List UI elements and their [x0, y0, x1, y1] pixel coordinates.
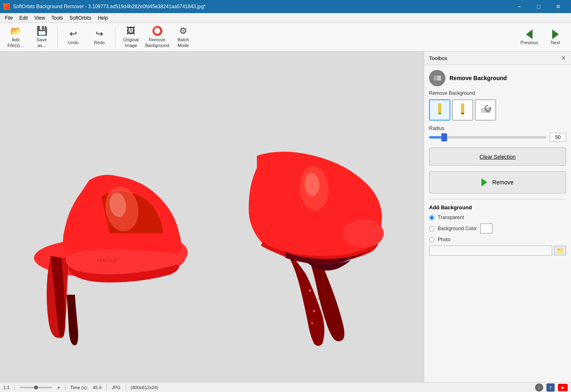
svg-rect-18 [461, 103, 464, 112]
redo-icon: ↪ [96, 29, 103, 39]
add-background-section: Add Background Transparent Background Co… [429, 199, 566, 255]
add-background-title: Add Background [429, 204, 566, 211]
status-sep-3 [106, 385, 107, 390]
svg-rect-20 [461, 113, 464, 114]
menu-tools[interactable]: Tools [48, 14, 66, 22]
info-icon-button[interactable]: i [535, 383, 543, 392]
dimensions-value: (800x612x24) [131, 385, 158, 390]
menu-help[interactable]: Help [94, 14, 111, 22]
eraser-tool-button[interactable] [475, 99, 496, 121]
window-controls: − □ ✕ [510, 0, 568, 13]
photo-input-row: 📁 [429, 246, 566, 255]
close-button[interactable]: ✕ [549, 0, 568, 13]
toolbox-close-button[interactable]: ✕ [561, 55, 566, 61]
zoom-slider-thumb[interactable] [34, 385, 38, 390]
transparent-radio[interactable] [429, 215, 434, 220]
remove-bg-subsection-label: Remove Background [429, 90, 566, 96]
transparent-radio-row: Transparent [429, 215, 566, 220]
remove-background-button[interactable]: ⭕ RemoveBackground [145, 25, 169, 49]
bg-color-swatch[interactable] [480, 224, 492, 233]
previous-label: Previous [521, 40, 538, 45]
photo-radio-row: Photo [429, 237, 566, 242]
zoom-plus-button[interactable]: + [57, 385, 60, 390]
facebook-icon-button[interactable]: f [546, 383, 555, 392]
radius-slider-thumb[interactable] [441, 133, 447, 141]
status-sep-4 [126, 385, 126, 390]
add-files-label: AddFile(s)... [7, 37, 24, 48]
zoom-slider-track[interactable] [20, 387, 52, 388]
original-image-button[interactable]: 🖼 OriginalImage [119, 25, 143, 49]
batch-mode-button[interactable]: ⚙ BatchMode [171, 25, 196, 49]
menu-view[interactable]: View [31, 14, 48, 22]
remove-button[interactable]: Remove [429, 171, 566, 193]
svg-point-8 [321, 314, 323, 316]
undo-icon: ↩ [70, 29, 77, 39]
add-files-icon: 📂 [10, 26, 21, 36]
original-image-icon: 🖼 [126, 26, 135, 36]
shoes-svg: 641673 37 [28, 74, 396, 360]
photo-radio[interactable] [429, 237, 434, 242]
transparent-label[interactable]: Transparent [438, 215, 464, 220]
radius-value-input[interactable]: 50 [550, 133, 566, 142]
next-label: Next [551, 40, 560, 45]
nav-buttons: Previous Next [517, 25, 568, 49]
status-bar: 1:1 + Time (s): 45.9 JPG (800x612x24) i … [0, 382, 571, 392]
original-image-label: OriginalImage [123, 37, 139, 48]
eraser-icon [478, 102, 493, 118]
title-bar: 🔴 SoftOrbits Background Remover - 3.1097… [0, 0, 571, 13]
bg-color-radio-row: Background Color [429, 224, 566, 233]
menu-file[interactable]: File [2, 14, 16, 22]
previous-button[interactable]: Previous [517, 25, 542, 49]
previous-arrow-icon [526, 29, 533, 39]
red-pencil-icon [455, 102, 470, 118]
menu-softorbits[interactable]: SoftOrbits [66, 14, 94, 22]
next-button[interactable]: Next [543, 25, 568, 49]
remove-button-label: Remove [492, 179, 513, 186]
add-files-button[interactable]: 📂 AddFile(s)... [3, 25, 28, 49]
red-pencil-tool-button[interactable] [452, 99, 473, 121]
remove-background-icon: ⭕ [152, 26, 163, 36]
redo-label: Redo [94, 40, 105, 45]
time-label: Time (s): [70, 385, 88, 390]
undo-button[interactable]: ↩ Undo [61, 25, 85, 49]
format-value: JPG [112, 385, 120, 390]
image-area[interactable]: 641673 37 [0, 52, 424, 382]
save-as-label: Saveas... [36, 37, 47, 48]
zoom-control: 1:1 [3, 385, 9, 390]
minimize-button[interactable]: − [510, 0, 528, 13]
time-value: 45.9 [93, 385, 101, 390]
main-content: 641673 37 Toolbox ✕ Remove Background [0, 52, 571, 382]
save-as-icon: 💾 [36, 26, 47, 36]
toolbar-sep-2 [115, 27, 115, 47]
remove-background-label: RemoveBackground [145, 37, 169, 48]
svg-point-6 [317, 298, 319, 300]
photo-label[interactable]: Photo [438, 237, 450, 242]
toolbox-header: Toolbox ✕ [424, 52, 571, 65]
radius-slider-track[interactable] [429, 136, 546, 139]
toolbox-panel: Toolbox ✕ Remove Background Remove Backg… [424, 52, 571, 382]
bg-color-radio[interactable] [429, 226, 434, 231]
svg-point-5 [309, 289, 311, 292]
remove-arrow-icon [481, 178, 487, 186]
toolbox-body: Remove Background Remove Background [424, 65, 571, 382]
remove-bg-section-icon [429, 70, 445, 86]
redo-button[interactable]: ↪ Redo [87, 25, 112, 49]
svg-text:641673 37: 641673 37 [97, 258, 118, 263]
status-sep-2 [65, 385, 65, 390]
app-icon: 🔴 [3, 3, 10, 10]
photo-path-input[interactable] [429, 246, 552, 255]
save-as-button[interactable]: 💾 Saveas... [29, 25, 54, 49]
bg-color-label[interactable]: Background Color [438, 226, 477, 231]
clear-selection-button[interactable]: Clear Selection [429, 148, 566, 166]
undo-label: Undo [68, 40, 79, 45]
maximize-button[interactable]: □ [529, 0, 548, 13]
toolbar-sep-1 [57, 27, 58, 47]
canvas-area[interactable]: 641673 37 [0, 52, 424, 382]
next-arrow-icon [552, 29, 559, 39]
radius-label: Radius [429, 125, 566, 131]
menu-edit[interactable]: Edit [16, 14, 31, 22]
youtube-icon-button[interactable]: ▶ [558, 384, 568, 391]
browse-button[interactable]: 📁 [554, 246, 566, 255]
menu-bar: File Edit View Tools SoftOrbits Help [0, 13, 571, 23]
green-pencil-tool-button[interactable] [429, 99, 450, 121]
